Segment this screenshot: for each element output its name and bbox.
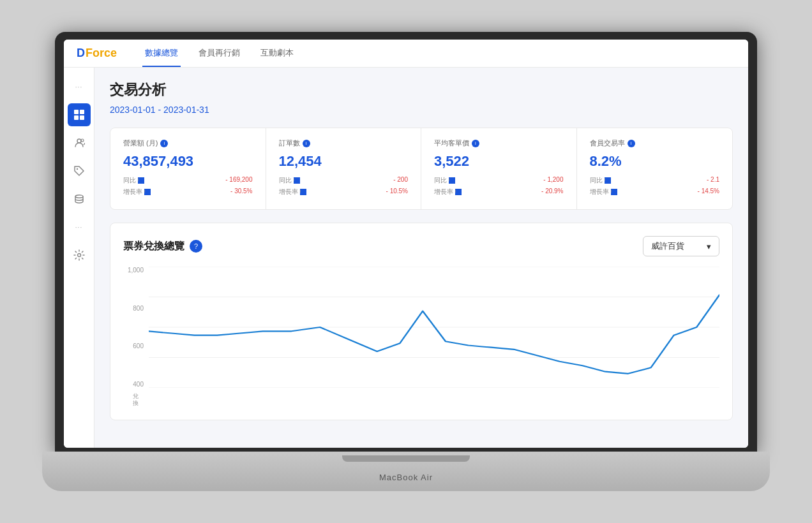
stat-card-revenue: 營業額 (月) i 43,857,493 同比 i - 169,200 [110,128,266,209]
stats-row: 營業額 (月) i 43,857,493 同比 i - 169,200 [110,128,733,210]
info-icon-growth-revenue[interactable]: i [144,189,151,195]
svg-point-6 [76,168,77,170]
info-icon-yoy-member-rate[interactable]: i [605,177,611,184]
yoy-value-member-rate: - 2.1 [707,176,719,185]
growth-value-orders: - 10.5% [386,188,408,196]
settings-icon [73,249,85,261]
tab-member-remarketing[interactable]: 會員再行銷 [196,40,243,67]
svg-rect-3 [80,115,84,120]
stat-label-avg: 平均客單價 i [434,138,564,148]
chart-header: 票券兌換總覽 ? 威許百貨 ▾ [123,236,719,256]
app-container: DForce 數據總覽 會員再行銷 互動劇本 ··· [64,40,748,448]
sidebar: ··· [64,68,94,448]
info-icon-yoy-revenue[interactable]: i [138,177,144,184]
stat-label-revenue: 營業額 (月) i [123,138,253,148]
info-icon-member-rate[interactable]: i [628,140,635,147]
laptop-base: MacBook Air [42,452,770,491]
chart-section: 票券兌換總覽 ? 威許百貨 ▾ [110,223,733,420]
info-icon-avg[interactable]: i [472,140,479,147]
stat-meta-avg-yoy: 同比 i - 1,200 [434,176,564,185]
main-layout: ··· [64,68,748,448]
stat-meta-member-rate-yoy: 同比 i - 2.1 [590,176,720,185]
app-screen: DForce 數據總覽 會員再行銷 互動劇本 ··· [64,40,748,448]
chart-line [149,295,719,373]
chart-area: 1,000 800 600 400 兌換 [123,267,719,407]
sidebar-item-dashboard[interactable] [68,103,91,126]
growth-label-avg: 增長率 i [434,188,462,196]
chart-x-label: 兌換 [123,393,147,407]
date-range: 2023-01-01 - 2023-01-31 [110,105,733,115]
info-icon-growth-orders[interactable]: i [300,189,306,195]
stat-meta-orders-yoy: 同比 i - 200 [279,176,409,185]
logo: DForce [77,47,117,60]
sidebar-item-settings[interactable] [68,244,91,267]
svg-point-4 [77,139,81,143]
stat-meta-orders-growth: 增長率 i - 10.5% [279,188,409,196]
stat-value-orders: 12,454 [279,153,409,170]
stat-label-member-rate: 會員交易率 i [590,138,720,148]
sidebar-item-users[interactable] [68,131,91,154]
page-title: 交易分析 [110,80,733,99]
y-label-800: 800 [133,305,144,312]
info-icon-growth-member-rate[interactable]: i [611,189,617,195]
logo-force: Force [86,47,117,60]
yoy-label-member-rate: 同比 i [590,176,611,185]
growth-label-member-rate: 增長率 i [590,188,617,196]
chart-canvas [149,267,719,388]
svg-rect-1 [80,110,84,114]
info-icon-revenue[interactable]: i [160,140,168,147]
tab-interactive-script[interactable]: 互動劇本 [258,40,296,67]
top-nav: DForce 數據總覽 會員再行銷 互動劇本 [64,40,748,68]
growth-label-revenue: 增長率 i [123,188,151,196]
growth-value-avg: - 20.9% [541,188,563,196]
yoy-value-revenue: - 169,200 [225,176,252,185]
yoy-label-avg: 同比 i [434,176,455,185]
stat-meta-avg-growth: 增長率 i - 20.9% [434,188,564,196]
sidebar-item-tags[interactable] [68,159,91,182]
yoy-label-orders: 同比 i [279,176,300,185]
yoy-value-avg: - 1,200 [543,176,563,185]
chart-help-icon[interactable]: ? [190,240,202,253]
tag-icon [73,165,85,177]
stat-value-avg: 3,522 [434,153,564,170]
database-icon [73,193,85,205]
stat-meta-revenue-yoy: 同比 i - 169,200 [123,176,253,185]
y-label-400: 400 [133,381,144,388]
info-icon-yoy-orders[interactable]: i [294,177,300,184]
info-icon-yoy-avg[interactable]: i [449,177,455,184]
sidebar-item-dots-top[interactable]: ··· [68,75,91,98]
chart-y-labels: 1,000 800 600 400 [123,267,149,388]
chart-dropdown-value: 威許百貨 [651,240,684,252]
content-area: 交易分析 2023-01-01 - 2023-01-31 營業額 (月) i 4… [94,68,748,448]
stat-value-revenue: 43,857,493 [123,153,253,170]
stat-meta-revenue-growth: 增長率 i - 30.5% [123,188,253,196]
sidebar-item-database[interactable] [68,188,91,210]
info-icon-growth-avg[interactable]: i [455,189,462,195]
laptop-wrapper: DForce 數據總覽 會員再行銷 互動劇本 ··· [55,32,757,491]
stat-meta-member-rate-growth: 增長率 i - 14.5% [590,188,720,196]
y-label-600: 600 [133,343,144,350]
growth-label-orders: 增長率 i [279,188,306,196]
nav-tabs: 數據總覽 會員再行銷 互動劇本 [142,40,296,67]
growth-value-member-rate: - 14.5% [698,188,719,196]
stat-label-orders: 訂單數 i [279,138,409,148]
svg-point-7 [75,195,83,198]
sidebar-item-dots-mid[interactable]: ··· [68,216,91,239]
svg-point-5 [81,139,84,142]
info-icon-orders[interactable]: i [303,140,310,147]
stat-value-member-rate: 8.2% [590,153,720,170]
svg-point-8 [77,254,80,257]
tab-data-overview[interactable]: 數據總覽 [142,40,181,67]
chart-title-row: 票券兌換總覽 ? [123,240,202,253]
users-icon [73,137,85,149]
growth-value-revenue: - 30.5% [230,188,252,196]
line-chart-svg [149,267,719,388]
svg-rect-0 [74,110,79,114]
laptop-notch [342,455,470,462]
laptop-screen: DForce 數據總覽 會員再行銷 互動劇本 ··· [55,32,757,453]
chevron-down-icon: ▾ [707,242,711,251]
stat-card-orders: 訂單數 i 12,454 同比 i - 200 [266,128,422,209]
stat-card-avg: 平均客單價 i 3,522 同比 i - 1,200 [421,128,577,209]
dashboard-icon [73,109,85,121]
chart-store-dropdown[interactable]: 威許百貨 ▾ [643,236,719,256]
